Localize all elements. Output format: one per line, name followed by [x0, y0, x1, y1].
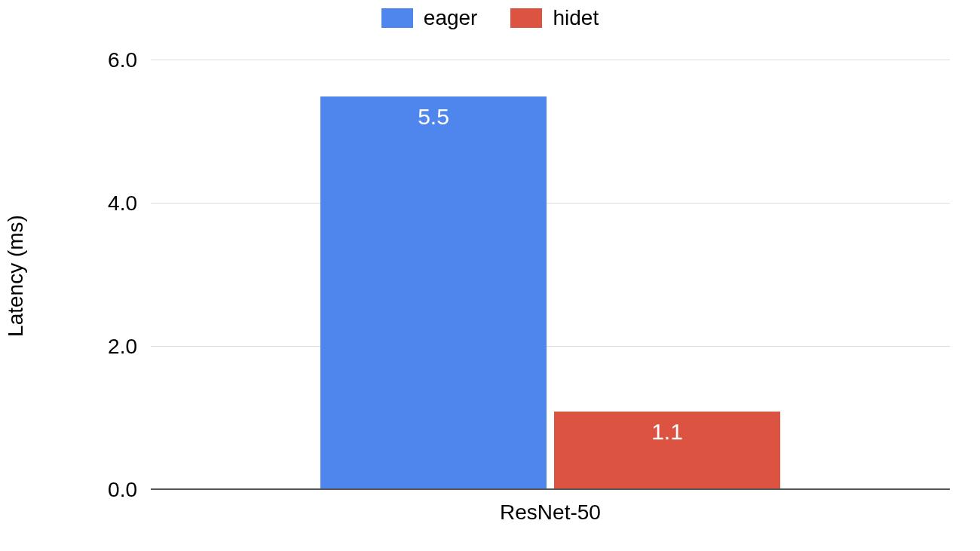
- legend: eager hidet: [0, 6, 980, 30]
- legend-label: eager: [424, 6, 478, 30]
- y-tick-label: 6.0: [108, 48, 137, 72]
- legend-swatch-hidet: [510, 8, 542, 28]
- bar-chart: eager hidet Latency (ms) 6.0 4.0 2.0 0.0…: [0, 0, 980, 551]
- bar-value-label: 5.5: [320, 104, 547, 130]
- bar-value-label: 1.1: [554, 419, 780, 445]
- legend-swatch-eager: [381, 8, 413, 28]
- category-group: 5.5 1.1 ResNet-50: [320, 60, 780, 490]
- legend-label: hidet: [553, 6, 599, 30]
- legend-item-hidet: hidet: [510, 6, 599, 30]
- bar-hidet: 1.1: [554, 412, 780, 490]
- legend-item-eager: eager: [381, 6, 478, 30]
- y-axis-label: Latency (ms): [4, 215, 28, 337]
- bar-eager: 5.5: [320, 96, 547, 491]
- x-axis-line: [151, 488, 950, 490]
- x-axis-category-label: ResNet-50: [500, 500, 601, 525]
- y-tick-label: 4.0: [108, 191, 137, 216]
- y-tick-label: 2.0: [108, 335, 137, 359]
- plot-area: 6.0 4.0 2.0 0.0 5.5 1.1 ResNet-50: [151, 60, 950, 490]
- y-tick-label: 0.0: [108, 478, 137, 502]
